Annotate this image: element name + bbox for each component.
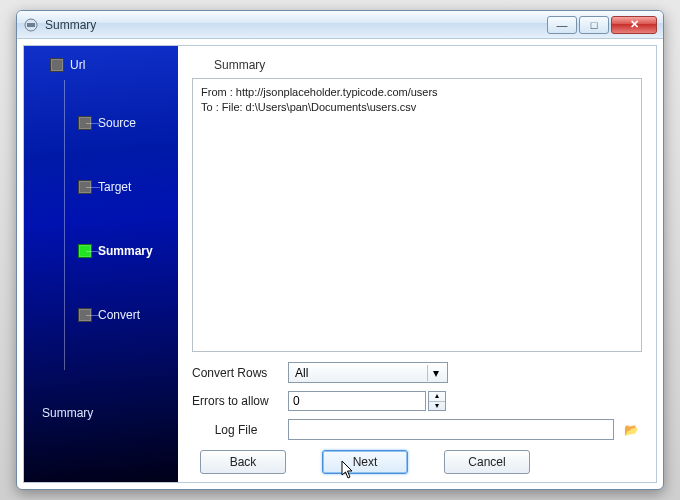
cancel-button[interactable]: Cancel [444, 450, 530, 474]
svg-rect-1 [27, 23, 35, 27]
wizard-steps-tree: Url Source Target Summary [24, 56, 178, 324]
page-title: Summary [214, 58, 642, 72]
sidebar-item-convert[interactable]: Convert [78, 306, 178, 324]
summary-to-line: To : File: d:\Users\pan\Documents\users.… [201, 100, 633, 115]
browse-logfile-button[interactable]: 📂 [620, 419, 642, 440]
sidebar-item-summary[interactable]: Summary [78, 242, 178, 260]
window-title: Summary [45, 18, 96, 32]
sidebar-item-label: Summary [98, 244, 153, 258]
back-button[interactable]: Back [200, 450, 286, 474]
sidebar-item-target[interactable]: Target [78, 178, 178, 196]
step-box-icon [50, 58, 64, 72]
minimize-button[interactable]: — [547, 16, 577, 34]
sidebar-item-label: Target [98, 180, 131, 194]
spin-down-icon[interactable]: ▾ [429, 402, 445, 411]
sidebar-item-url[interactable]: Url [50, 56, 178, 74]
sidebar-caption: Summary [42, 406, 93, 420]
options-form: Convert Rows All ▾ Errors to allow ▴ ▾ L… [192, 362, 642, 440]
tree-connector [64, 80, 65, 370]
errors-allow-label: Errors to allow [192, 394, 280, 408]
errors-allow-input[interactable] [288, 391, 426, 411]
titlebar[interactable]: Summary — □ ✕ [17, 11, 663, 39]
window-controls: — □ ✕ [545, 16, 657, 34]
wizard-main: Summary From : http://jsonplaceholder.ty… [178, 46, 656, 482]
sidebar-item-source[interactable]: Source [78, 114, 178, 132]
close-button[interactable]: ✕ [611, 16, 657, 34]
summary-text-box[interactable]: From : http://jsonplaceholder.typicode.c… [192, 78, 642, 352]
convert-rows-label: Convert Rows [192, 366, 280, 380]
folder-open-icon: 📂 [624, 423, 639, 437]
app-icon [23, 17, 39, 33]
sidebar-item-label: Url [70, 58, 85, 72]
summary-from-line: From : http://jsonplaceholder.typicode.c… [201, 85, 633, 100]
next-button[interactable]: Next [322, 450, 408, 474]
wizard-window: Summary — □ ✕ Url Source [16, 10, 664, 490]
maximize-button[interactable]: □ [579, 16, 609, 34]
convert-rows-select[interactable]: All ▾ [288, 362, 448, 383]
errors-allow-stepper[interactable]: ▴ ▾ [428, 391, 446, 411]
sidebar-item-label: Source [98, 116, 136, 130]
chevron-down-icon: ▾ [427, 365, 443, 381]
logfile-label: Log File [192, 423, 280, 437]
client-area: Url Source Target Summary [23, 45, 657, 483]
wizard-button-row: Back Next Cancel [192, 450, 642, 474]
logfile-input[interactable] [288, 419, 614, 440]
sidebar-item-label: Convert [98, 308, 140, 322]
convert-rows-value: All [295, 366, 308, 380]
wizard-sidebar: Url Source Target Summary [24, 46, 178, 482]
